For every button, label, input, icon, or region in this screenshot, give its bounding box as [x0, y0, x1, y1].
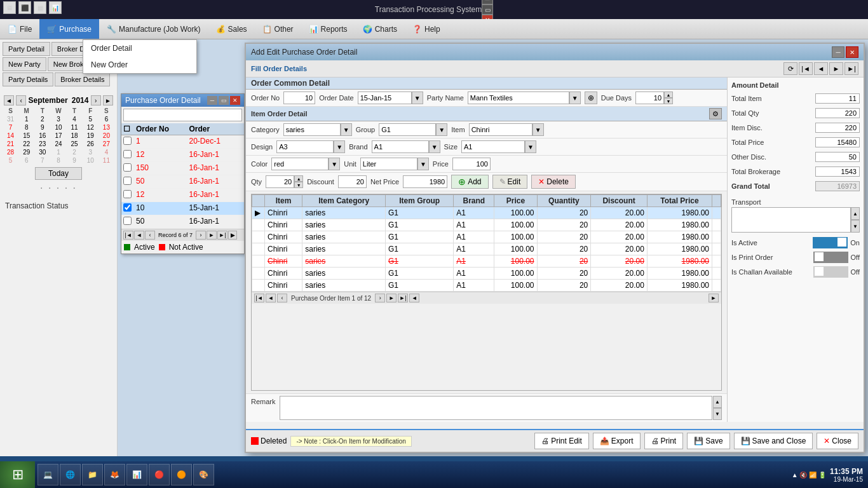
add-party-btn[interactable]: ⊕ [585, 92, 597, 104]
cal-prev-year[interactable]: ◄ [4, 95, 14, 105]
taskbar-item-8[interactable]: 🎨 [193, 464, 214, 485]
new-party-btn[interactable]: New Party [3, 57, 46, 71]
cal-prev-month[interactable]: ‹ [16, 95, 26, 105]
transport-scroll-down[interactable]: ▼ [851, 220, 860, 233]
brand-input[interactable] [372, 140, 429, 153]
table-row[interactable]: 150 16-Jan-1 [121, 162, 244, 175]
row-checkbox[interactable] [123, 217, 136, 227]
table-row[interactable]: 50 16-Jan-1 [121, 215, 244, 229]
print-btn[interactable]: 🖨 Print [644, 433, 684, 449]
cal-cell[interactable]: 10 [83, 156, 98, 165]
close-window-btn[interactable]: ✕ Close [817, 433, 858, 449]
table-row[interactable]: 1 20-Dec-1 [121, 135, 244, 149]
cal-cell[interactable]: 14 [3, 132, 18, 140]
table-nav-next2[interactable]: ► [386, 294, 397, 302]
table-row-deleted[interactable]: Chinri saries G1 A1 100.00 20 20.00 1980… [252, 255, 721, 268]
row-checkbox[interactable] [123, 177, 136, 187]
cal-cell[interactable]: 3 [83, 148, 98, 156]
cal-cell[interactable]: 7 [34, 156, 50, 165]
date-picker-btn[interactable]: ▼ [412, 92, 423, 104]
aepod-nav-last[interactable]: ►| [844, 62, 858, 75]
item-settings-btn[interactable]: ⚙ [709, 108, 722, 119]
spin-up-btn[interactable]: ▲ [664, 92, 673, 98]
table-row[interactable]: 50 16-Jan-1 [121, 175, 244, 189]
cal-cell[interactable]: 16 [34, 132, 50, 140]
cal-cell[interactable]: 24 [50, 140, 66, 148]
cal-cell[interactable]: 5 [3, 156, 18, 165]
remark-scroll-down[interactable]: ▼ [713, 408, 722, 420]
cal-cell[interactable]: 26 [83, 140, 98, 148]
table-nav-first[interactable]: |◄ [254, 294, 264, 302]
aepod-minimize-btn[interactable]: ─ [832, 46, 844, 58]
discount-input[interactable] [338, 175, 367, 188]
table-row-selected[interactable]: 10 15-Jan-1 [121, 202, 244, 215]
unit-dropdown[interactable]: ▼ [417, 158, 429, 170]
cal-cell[interactable]: 21 [3, 140, 18, 148]
brand-dropdown[interactable]: ▼ [429, 140, 440, 153]
menu-item-charts[interactable]: 🌍 Charts [355, 19, 405, 39]
aepod-nav-first[interactable]: |◄ [799, 62, 813, 75]
is-print-order-switch[interactable] [813, 252, 848, 263]
print-edit-btn[interactable]: 🖨 Print Edit [534, 433, 589, 449]
qty-spin-down[interactable]: ▼ [294, 182, 303, 188]
unit-input[interactable] [360, 158, 417, 170]
nav-extra-btn[interactable]: ▶ [228, 231, 237, 240]
nav-first-btn[interactable]: |◄ [123, 231, 133, 240]
row-checkbox[interactable] [123, 150, 136, 160]
price-input[interactable] [452, 158, 491, 170]
table-row[interactable]: Chinri saries G1 A1 100.00 20 20.00 1980… [252, 243, 721, 255]
menu-item-other[interactable]: 📋 Other [255, 19, 301, 39]
cal-cell[interactable]: 2 [34, 115, 50, 123]
cal-cell[interactable]: 11 [98, 156, 114, 165]
aepod-nav-next[interactable]: ► [829, 62, 843, 75]
cal-cell[interactable]: 1 [50, 148, 66, 156]
cal-cell[interactable]: 19 [83, 132, 98, 140]
transport-textarea[interactable] [731, 207, 851, 233]
party-detail-btn[interactable]: Party Detail [3, 42, 50, 56]
cal-cell[interactable]: 25 [67, 140, 83, 148]
pod-restore-btn[interactable]: ▭ [219, 96, 229, 105]
add-item-btn[interactable]: ⊕ Add [451, 175, 488, 189]
cal-cell[interactable]: 5 [83, 115, 98, 123]
cal-next-year[interactable]: ► [103, 95, 113, 105]
cal-cell[interactable]: 23 [34, 140, 50, 148]
is-challan-switch[interactable] [813, 266, 848, 278]
taskbar-item-4[interactable]: 🦊 [104, 464, 125, 485]
row-checkbox[interactable] [123, 190, 136, 200]
ql-icon-2[interactable]: ⬛ [18, 1, 31, 14]
table-row[interactable]: 12 16-Jan-1 [121, 189, 244, 202]
pod-close-btn[interactable]: ✕ [230, 96, 240, 105]
nav-prev2-btn[interactable]: ‹ [145, 231, 155, 240]
menu-item-sales[interactable]: 💰 Sales [208, 19, 255, 39]
item-dropdown[interactable]: ▼ [532, 123, 544, 136]
table-nav-right[interactable]: ► [709, 294, 719, 302]
pod-minimize-btn[interactable]: ─ [207, 96, 217, 105]
nav-prev-btn[interactable]: ◄ [134, 231, 144, 240]
qty-input[interactable] [266, 175, 294, 188]
row-checkbox[interactable] [123, 137, 136, 147]
edit-item-btn[interactable]: ✎ Edit [492, 175, 528, 189]
cal-cell[interactable]: 20 [98, 132, 114, 140]
row-checkbox[interactable] [123, 163, 136, 173]
menu-item-file[interactable]: 📄 File [0, 19, 39, 39]
aepod-close-btn[interactable]: ✕ [846, 46, 858, 58]
dropdown-order-detail[interactable]: Order Detail [83, 40, 196, 57]
table-nav-extra[interactable]: ◄ [409, 294, 419, 302]
color-dropdown[interactable]: ▼ [329, 158, 340, 170]
cal-next-month[interactable]: › [91, 95, 101, 105]
table-nav-last[interactable]: ►| [398, 294, 408, 302]
cal-cell[interactable]: 18 [67, 132, 83, 140]
spin-down-btn[interactable]: ▼ [664, 98, 673, 104]
net-price-input[interactable] [403, 175, 447, 188]
due-days-input[interactable] [635, 92, 664, 104]
cal-cell[interactable]: 15 [18, 132, 34, 140]
cal-cell[interactable]: 7 [3, 123, 18, 132]
design-dropdown[interactable]: ▼ [334, 140, 345, 153]
size-dropdown[interactable]: ▼ [525, 140, 536, 153]
cal-cell[interactable]: 9 [34, 123, 50, 132]
row-checkbox[interactable] [123, 203, 136, 214]
cal-cell[interactable]: 31 [3, 115, 18, 123]
cal-cell[interactable]: 2 [67, 148, 83, 156]
aepod-refresh-btn[interactable]: ⟳ [783, 62, 797, 75]
start-button[interactable]: ⊞ [0, 461, 35, 488]
